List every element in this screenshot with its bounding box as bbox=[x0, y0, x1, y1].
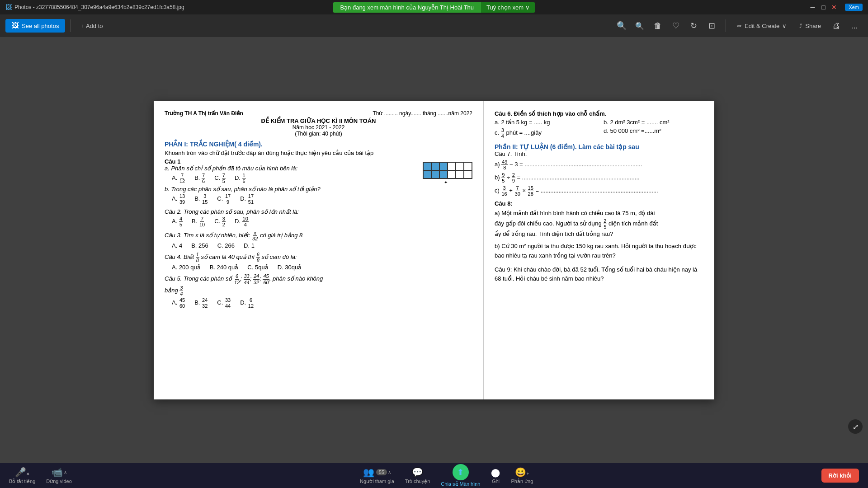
chat-label: Trò chuyện bbox=[405, 479, 430, 484]
add-to-label: + Add to bbox=[81, 23, 103, 29]
cau1b-opt-c: C. 179 bbox=[217, 193, 231, 205]
reactions-label: Phản ứng bbox=[511, 479, 533, 484]
cau7b: b) 95 ÷ 29 = ...........................… bbox=[495, 172, 703, 183]
cau1b-text: b. Trong các phân số sau, phân số nào là… bbox=[165, 186, 415, 192]
record-icon: ⬤ bbox=[491, 468, 500, 478]
cau3-opt-a: A. 4 bbox=[172, 242, 182, 249]
expand-button[interactable]: ⤢ bbox=[848, 419, 863, 434]
see-all-photos-button[interactable]: 🖼 See all photos bbox=[5, 19, 65, 33]
section1-instruction: Khoanh tròn vào chữ đặt trước đáp án đún… bbox=[165, 150, 472, 156]
more-options-button[interactable]: ... bbox=[846, 18, 863, 34]
share-button[interactable]: ⤴ Share bbox=[794, 20, 826, 32]
cau7a: a) 498 − 3 = ...........................… bbox=[495, 159, 703, 170]
participant-count: 55 bbox=[376, 469, 387, 475]
cau1-content: Câu 1 a. Phân số chỉ số phần đã tô màu c… bbox=[165, 158, 415, 206]
cau2-block: Câu 2. Trong các phân số sau, phân số lớ… bbox=[165, 208, 472, 227]
cau1b-italic: b. Trong các phân số sau, phân số nào là… bbox=[165, 186, 321, 192]
print-icon: 🖨 bbox=[832, 21, 840, 31]
rotate-icon: ↻ bbox=[690, 21, 697, 31]
cau1a-opt-a: A. 712 bbox=[172, 173, 185, 184]
section1-title: PHẦN I: TRẮC NGHIỆM( 4 điểm). bbox=[165, 141, 472, 148]
cau9-text: Câu 9: Khi cháu chào đời, bà đã 52 tuổi.… bbox=[495, 266, 697, 282]
rotate-button[interactable]: ↻ bbox=[686, 18, 702, 34]
reactions-item[interactable]: 😀+ Phản ứng bbox=[511, 467, 533, 484]
crop-button[interactable]: ⊡ bbox=[704, 18, 720, 34]
reactions-icon: 😀+ bbox=[515, 467, 529, 478]
cau7-label: Câu 7. Tính. bbox=[495, 150, 703, 157]
exam-time: (Thời gian: 40 phút) bbox=[165, 131, 472, 137]
cau6-block: Câu 6. Điền số thích hợp vào chỗ chấm. a… bbox=[495, 110, 703, 139]
share-screen-icon: ⬆ bbox=[453, 464, 469, 480]
zoom-in-icon: 🔍 bbox=[617, 21, 627, 31]
stop-video-label: Dừng video bbox=[46, 479, 72, 484]
cursor-placeholder: ✦ bbox=[419, 180, 472, 185]
cau2-text: Câu 2. Trong các phân số sau, phân số lớ… bbox=[165, 208, 299, 215]
date-label: Thứ ......... ngày....... tháng .......n… bbox=[373, 110, 472, 117]
notif-option-btn[interactable]: Tuỳ chọn xem ∨ bbox=[481, 2, 535, 13]
cau5-text: Câu 5. Trong các phân số 612; 3344; 2432… bbox=[165, 275, 323, 282]
document-container: Trường TH A Thị trấn Văn Điền Thứ ......… bbox=[154, 101, 714, 399]
cau4-opt-d: D. 30quả bbox=[278, 264, 302, 271]
cau2-opt-d: D. 104 bbox=[235, 216, 249, 227]
doc-header: Trường TH A Thị trấn Văn Điền Thứ ......… bbox=[165, 110, 472, 117]
cau1a-italic: a. Phân số chỉ số phần đã tô màu của hìn… bbox=[165, 165, 297, 172]
stop-video-item[interactable]: 📹 ∧ Dừng video bbox=[46, 467, 72, 484]
edit-create-label: Edit & Create bbox=[745, 23, 779, 29]
cau4-answers: A. 200 quả B. 240 quả C. 5quả D. 30quả bbox=[172, 264, 472, 271]
cau8a-text: a) Một mảnh đất hình bình hành có chiều … bbox=[495, 209, 703, 239]
participants-chevron: ∧ bbox=[388, 470, 391, 475]
chat-icon: 💬 bbox=[412, 467, 423, 478]
cau4-opt-b: B. 240 quả bbox=[210, 264, 239, 271]
chat-item[interactable]: 💬 Trò chuyện bbox=[405, 467, 430, 484]
more-icon: ... bbox=[851, 21, 858, 31]
share-label: Share bbox=[805, 23, 821, 29]
cau1a-opt-c: C. 75 bbox=[214, 173, 226, 184]
cau6a: a. 2 tấn 5 kg = ..... kg bbox=[495, 119, 594, 126]
video-chevron: ∧ bbox=[64, 470, 67, 475]
share-screen-item[interactable]: ⬆ Chia sẻ Màn hình bbox=[441, 464, 480, 487]
fraction-grid bbox=[423, 162, 472, 179]
zoom-in-button[interactable]: 🔍 bbox=[613, 18, 630, 34]
crop-icon: ⊡ bbox=[708, 21, 715, 31]
main-content: Trường TH A Thị trấn Văn Điền Thứ ......… bbox=[0, 37, 868, 463]
zoom-out-button[interactable]: 🔍 bbox=[632, 18, 648, 34]
cau3-answers: A. 4 B. 256 C. 266 D. 1 bbox=[172, 242, 472, 249]
cau1a-opt-d: D. 16 bbox=[235, 173, 246, 184]
cau5-opt-a: A. 4560 bbox=[172, 297, 185, 309]
add-to-button[interactable]: + Add to bbox=[76, 20, 107, 32]
cau1a-answers: A. 712 B. 76 C. 75 D. 16 bbox=[172, 173, 415, 184]
photos-icon: 🖼 bbox=[12, 22, 19, 30]
cau5-opt-d: D. 612 bbox=[240, 297, 254, 309]
cau6c: c. 34 phút = ....giây bbox=[495, 127, 594, 139]
cau1b-opt-b: B. 315 bbox=[194, 193, 208, 205]
cau1a-opt-b: B. 76 bbox=[194, 173, 205, 184]
edit-create-button[interactable]: ✏ Edit & Create ∨ bbox=[731, 20, 792, 32]
cau1b-answers: A. 1339 B. 315 C. 179 D. 1751 bbox=[172, 193, 415, 205]
cau3-text: Câu 3. Tìm x là số tự nhiên, biết: x32 c… bbox=[165, 232, 302, 239]
record-item[interactable]: ⬤ Ghi bbox=[491, 468, 500, 484]
see-all-photos-label: See all photos bbox=[22, 23, 59, 29]
toolbar-separator-1 bbox=[71, 19, 71, 32]
edit-icon: ✏ bbox=[737, 23, 742, 29]
participants-item[interactable]: 👥 55 ∧ Người tham gia bbox=[360, 467, 394, 484]
cau7c: c) 316 + 730 × 1528 = ..................… bbox=[495, 185, 703, 197]
mute-mic-item[interactable]: 🎤✕ Bỏ tắt tiếng bbox=[9, 467, 35, 484]
mic-icon: 🎤✕ bbox=[15, 467, 30, 478]
favorite-button[interactable]: ♡ bbox=[668, 18, 684, 34]
grid-image: ✦ bbox=[419, 162, 472, 185]
print-button[interactable]: 🖨 bbox=[828, 18, 844, 34]
leave-button[interactable]: Rời khỏi bbox=[821, 469, 859, 483]
bottom-right-controls: Rời khỏi bbox=[821, 469, 859, 483]
cau4-opt-c: C. 5quả bbox=[247, 264, 268, 271]
mute-mic-label: Bỏ tắt tiếng bbox=[9, 479, 35, 484]
delete-button[interactable]: 🗑 bbox=[650, 18, 666, 34]
cau1-block: Câu 1 a. Phân số chỉ số phần đã tô màu c… bbox=[165, 158, 472, 206]
toolbar: 🖼 See all photos + Add to 🔍 🔍 🗑 ♡ ↻ ⊡ ✏ … bbox=[0, 14, 868, 37]
edit-chevron-icon: ∨ bbox=[782, 23, 787, 29]
exam-title: ĐỀ KIỂM TRA GIỮA HỌC KÌ II MÔN TOÁN bbox=[165, 117, 472, 124]
cau2-answers: A. 45 B. 710 C. 32 D. 104 bbox=[172, 216, 472, 227]
zoom-out-icon: 🔍 bbox=[635, 22, 644, 30]
toolbar-separator-2 bbox=[726, 19, 726, 32]
cau7-block: a) 498 − 3 = ...........................… bbox=[495, 159, 703, 197]
notification-bar: Bạn đang xem màn hình của Nguyễn Thị Hoà… bbox=[0, 0, 868, 14]
